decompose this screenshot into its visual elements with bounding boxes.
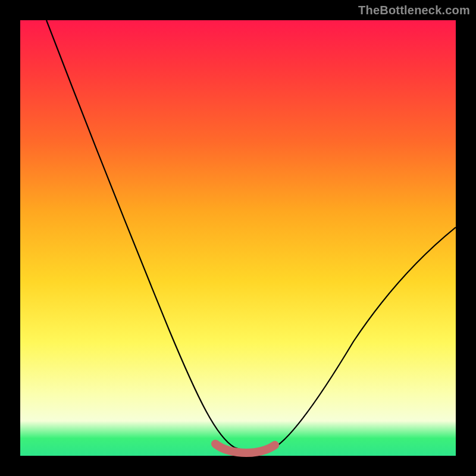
plot-area [20, 20, 456, 456]
bottleneck-curve-svg [20, 20, 456, 456]
watermark-label: TheBottleneck.com [358, 4, 470, 17]
chart-frame: TheBottleneck.com [0, 0, 476, 476]
bottleneck-minimum-highlight [215, 444, 275, 453]
bottleneck-curve [46, 20, 456, 452]
